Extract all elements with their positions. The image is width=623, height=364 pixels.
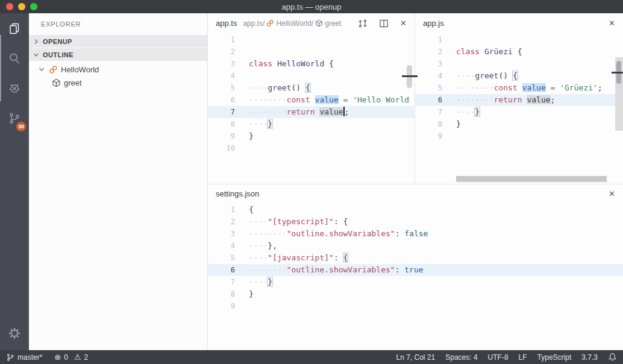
problems-status-item[interactable]: ⊗ 0 ⚠ 2	[54, 353, 88, 362]
code-line[interactable]: 2class Grüezi {	[415, 46, 623, 58]
breadcrumb-class[interactable]: HelloWorld/	[276, 19, 313, 28]
close-icon[interactable]: ✕	[400, 19, 407, 27]
chevron-down-icon	[37, 65, 46, 74]
horizontal-scrollbar[interactable]	[456, 176, 607, 182]
outline-tree: HelloWorld greet	[29, 61, 207, 89]
activity-search-button[interactable]	[0, 43, 29, 74]
close-window-button[interactable]	[6, 3, 13, 10]
code-line[interactable]: 2	[208, 46, 415, 58]
code-line[interactable]: 10	[208, 142, 415, 154]
code-line[interactable]: 2····"[typescript]": {	[208, 216, 623, 228]
code-line[interactable]: 7········return value;	[208, 106, 415, 118]
line-text: ········return value;	[235, 106, 349, 118]
tab-app-ts[interactable]: app.ts	[216, 19, 237, 28]
editor-group-top: app.ts app.ts/ HelloWorld/	[208, 13, 623, 184]
code-line[interactable]: 4	[208, 70, 415, 82]
code-line[interactable]: 4····greet() {	[415, 70, 623, 82]
zoom-window-button[interactable]	[30, 3, 37, 10]
line-number: 9	[415, 130, 442, 142]
line-text: ········"outline.showVariables": false	[235, 228, 428, 240]
section-outline-label: OUTLINE	[43, 51, 74, 58]
line-text: }	[235, 288, 254, 300]
code-line[interactable]: 9}	[208, 130, 415, 142]
minimize-window-button[interactable]	[18, 3, 25, 10]
code-line[interactable]: 8}	[208, 288, 623, 300]
line-text	[235, 142, 249, 154]
code-line[interactable]: 3········"outline.showVariables": false	[208, 228, 623, 240]
editor-group-bottom: settings.json ✕ 1{2····"[typescript]": {…	[208, 184, 623, 350]
code-line[interactable]: 1{	[208, 204, 623, 216]
line-text: ····}	[442, 106, 480, 118]
code-line[interactable]: 7····}	[415, 106, 623, 118]
tab-app-js[interactable]: app.js	[423, 19, 444, 28]
outline-item-greet[interactable]: greet	[29, 76, 207, 89]
line-text: }	[235, 130, 254, 142]
breadcrumb-symbol[interactable]: greet	[325, 19, 341, 28]
activity-debug-button[interactable]	[0, 74, 29, 104]
line-text	[442, 58, 456, 70]
branch-status-item[interactable]: master*	[6, 353, 42, 362]
line-text	[235, 300, 249, 312]
line-text: ········const value = 'Grüezi';	[442, 82, 603, 94]
code-line[interactable]: 3	[415, 58, 623, 70]
section-outline[interactable]: OUTLINE	[29, 48, 207, 61]
code-line[interactable]: 6········return value;	[415, 94, 623, 106]
vertical-scrollbar[interactable]	[615, 57, 623, 131]
line-number: 5	[415, 82, 442, 94]
outline-item-helloworld[interactable]: HelloWorld	[29, 63, 207, 76]
breadcrumb-file[interactable]: app.ts/	[243, 19, 265, 28]
activity-explorer-button[interactable]	[0, 13, 29, 43]
code-line[interactable]: 6········"outline.showVariables": true	[208, 264, 623, 276]
code-line[interactable]: 9	[208, 300, 623, 312]
code-line[interactable]: 6········const value = 'Hello World	[208, 94, 415, 106]
code-line[interactable]: 3class HelloWorld {	[208, 58, 415, 70]
tab-row-app-js: app.js ✕	[415, 13, 623, 33]
code-line[interactable]: 1	[415, 34, 623, 46]
line-number: 1	[415, 34, 442, 46]
open-changes-icon[interactable]	[358, 19, 368, 28]
debug-bug-icon	[7, 81, 22, 96]
indentation-item[interactable]: Spaces: 4	[445, 353, 477, 362]
line-number: 10	[208, 142, 235, 154]
code-line[interactable]: 8}	[415, 118, 623, 130]
cursor-position-item[interactable]: Ln 7, Col 21	[396, 353, 435, 362]
line-text	[442, 130, 456, 142]
tab-settings-json[interactable]: settings.json	[216, 189, 259, 198]
symbol-cube-icon	[315, 19, 323, 27]
line-number: 1	[208, 204, 235, 216]
encoding-item[interactable]: UTF-8	[488, 353, 509, 362]
section-openup[interactable]: OPENUP	[29, 35, 207, 48]
line-number: 2	[208, 46, 235, 58]
line-number: 8	[208, 288, 235, 300]
outline-method-label: greet	[64, 78, 82, 87]
activity-settings-button[interactable]	[0, 318, 29, 348]
line-number: 6	[208, 264, 235, 276]
code-line[interactable]: 7····}	[208, 276, 623, 288]
language-item[interactable]: TypeScript	[537, 353, 572, 362]
line-text: ····greet() {	[442, 70, 518, 82]
activity-source-control-button[interactable]: 30	[0, 104, 29, 134]
code-line[interactable]: 8····}	[208, 118, 415, 130]
line-number: 2	[415, 46, 442, 58]
eol-item[interactable]: LF	[519, 353, 527, 362]
notifications-bell-icon[interactable]	[608, 353, 617, 362]
close-icon[interactable]: ✕	[609, 190, 615, 198]
close-icon[interactable]: ✕	[609, 19, 615, 27]
ts-version-item[interactable]: 3.7.3	[581, 353, 598, 362]
window-title: app.ts — openup	[281, 2, 341, 11]
section-openup-label: OPENUP	[43, 38, 72, 45]
code-line[interactable]: 1	[208, 34, 415, 46]
split-editor-icon[interactable]	[379, 19, 389, 28]
code-line[interactable]: 5····greet() {	[208, 82, 415, 94]
breadcrumb: app.ts/ HelloWorld/	[243, 19, 341, 28]
code-line[interactable]: 4····},	[208, 240, 623, 252]
line-number: 7	[208, 276, 235, 288]
line-number: 2	[208, 216, 235, 228]
files-icon	[7, 21, 22, 36]
search-icon	[7, 51, 22, 66]
code-line[interactable]: 9	[415, 130, 623, 142]
chevron-right-icon	[32, 37, 40, 46]
code-line[interactable]: 5····"[javascript]": {	[208, 252, 623, 264]
code-line[interactable]: 5········const value = 'Grüezi';	[415, 82, 623, 94]
line-number: 1	[208, 34, 235, 46]
